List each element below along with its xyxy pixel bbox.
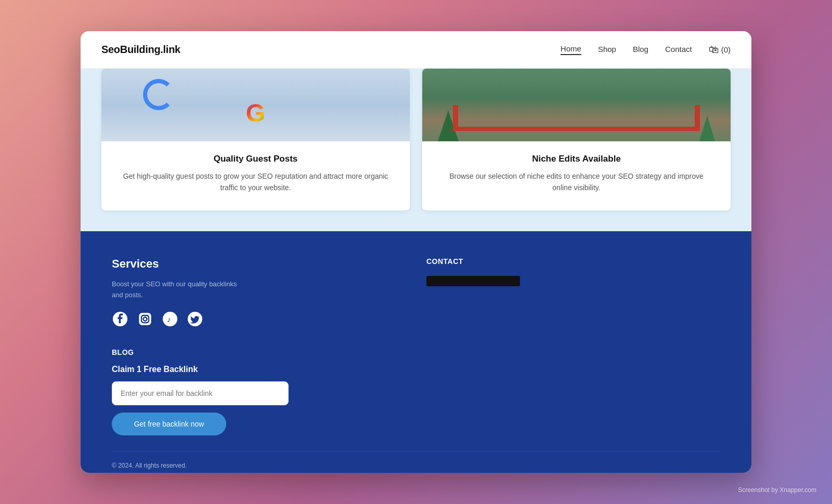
cart-count: (0): [721, 45, 731, 54]
card-body-1: Quality Guest Posts Get high-quality gue…: [101, 141, 410, 210]
card-desc-2: Browse our selection of niche edits to e…: [439, 170, 714, 194]
footer-bottom: © 2024. All rights reserved.: [112, 451, 720, 473]
svg-point-4: [148, 315, 149, 316]
nav-contact[interactable]: Contact: [665, 45, 692, 55]
nav-home[interactable]: Home: [561, 44, 581, 55]
copyright: © 2024. All rights reserved.: [112, 462, 720, 469]
card-title-1: Quality Guest Posts: [118, 154, 393, 164]
claim-title: Claim 1 Free Backlink: [112, 365, 406, 374]
social-icons: ♪: [112, 311, 249, 327]
card-body-2: Niche Edits Available Browse our selecti…: [422, 141, 731, 210]
card-desc-1: Get high-quality guest posts to grow you…: [118, 170, 393, 194]
cart-button[interactable]: 🛍 (0): [709, 44, 731, 56]
card-image-bridge: [422, 69, 731, 141]
cards-section: G Quality Guest Posts Get high-quality g…: [81, 69, 751, 231]
facebook-icon[interactable]: [112, 311, 128, 327]
header: SeoBuilding.link Home Shop Blog Contact …: [81, 31, 751, 69]
logo[interactable]: SeoBuilding.link: [101, 44, 180, 56]
footer: Services Boost your SEO with our quality…: [81, 231, 751, 473]
main-content: G Quality Guest Posts Get high-quality g…: [81, 69, 751, 473]
nav-blog[interactable]: Blog: [633, 45, 648, 55]
footer-spacer: [269, 257, 406, 328]
bridge-structure: [422, 100, 731, 141]
footer-top: Services Boost your SEO with our quality…: [112, 257, 720, 436]
footer-blog: BLOG Claim 1 Free Backlink Get free back…: [112, 348, 406, 435]
watermark: Screenshot by Xnapper.com: [738, 486, 816, 494]
svg-text:♪: ♪: [167, 315, 171, 324]
blog-heading: BLOG: [112, 348, 406, 356]
email-input[interactable]: [112, 381, 289, 405]
footer-services: Services Boost your SEO with our quality…: [112, 257, 249, 328]
cart-icon: 🛍: [709, 44, 719, 56]
contact-heading: CONTACT: [426, 257, 563, 266]
google-logo: G: [246, 99, 265, 127]
cta-button[interactable]: Get free backlink now: [112, 413, 226, 435]
card-image-google: G: [101, 69, 410, 141]
card-title-2: Niche Edits Available: [439, 154, 714, 164]
cards-grid: G Quality Guest Posts Get high-quality g…: [101, 69, 731, 210]
google-circle-decoration: [143, 79, 174, 110]
services-heading: Services: [112, 257, 249, 271]
instagram-icon[interactable]: [137, 311, 153, 327]
footer-contact: CONTACT: [426, 257, 563, 328]
contact-redacted: [426, 276, 520, 286]
twitter-icon[interactable]: [187, 311, 203, 327]
nav: Home Shop Blog Contact 🛍 (0): [561, 44, 731, 56]
browser-window: SeoBuilding.link Home Shop Blog Contact …: [81, 31, 751, 473]
card-guest-posts: G Quality Guest Posts Get high-quality g…: [101, 69, 410, 210]
tiktok-icon[interactable]: ♪: [162, 311, 178, 327]
services-description: Boost your SEO with our quality backlink…: [112, 279, 249, 301]
card-niche-edits: Niche Edits Available Browse our selecti…: [422, 69, 731, 210]
bridge-beam: [453, 127, 699, 131]
nav-shop[interactable]: Shop: [598, 45, 616, 55]
